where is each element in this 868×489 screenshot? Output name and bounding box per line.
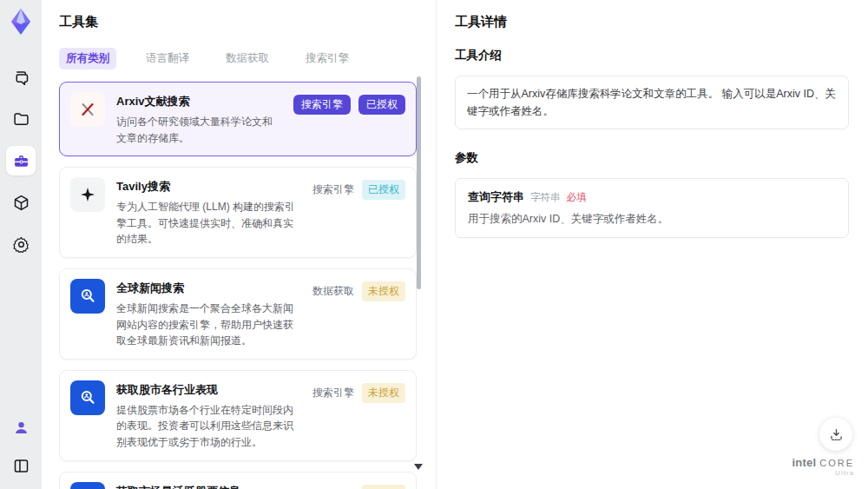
rail-icon-group xyxy=(6,63,36,259)
tool-description: 全球新闻搜索是一个聚合全球各大新闻网站内容的搜索引擎，帮助用户快速获取全球最新资… xyxy=(116,301,301,349)
intro-heading: 工具介绍 xyxy=(455,48,849,63)
tool-badges: 搜索引擎未授权 xyxy=(312,482,405,489)
blue-tool-icon xyxy=(70,482,105,489)
parameter-description: 用于搜索的Arxiv ID、关键字或作者姓名。 xyxy=(468,212,836,227)
tool-description: 提供股票市场各个行业在特定时间段内的表现。投资者可以利用这些信息来识别表现优于或… xyxy=(116,402,301,451)
page-title: 工具集 xyxy=(59,14,417,30)
detail-title: 工具详情 xyxy=(455,14,849,30)
tab-language-translation[interactable]: 语言翻译 xyxy=(139,48,196,69)
tool-badges: 搜索引擎未授权 xyxy=(312,380,405,451)
intel-brand-text: intel xyxy=(792,457,816,468)
auth-status-badge: 未授权 xyxy=(362,383,405,403)
tool-card[interactable]: 获取股市各行业表现提供股票市场各个行业在特定时间段内的表现。投资者可以利用这些信… xyxy=(59,370,417,461)
download-icon xyxy=(828,426,845,443)
folder-icon[interactable] xyxy=(6,104,36,134)
tool-card[interactable]: 全球新闻搜索全球新闻搜索是一个聚合全球各大新闻网站内容的搜索引擎，帮助用户快速获… xyxy=(59,268,417,360)
core-brand-text: CORE xyxy=(819,459,854,468)
auth-status-badge: 未授权 xyxy=(362,485,405,489)
parameter-card: 查询字符串 字符串 必填 用于搜索的Arxiv ID、关键字或作者姓名。 xyxy=(455,178,849,238)
toolbox-icon[interactable] xyxy=(6,146,36,175)
tavily-tool-icon xyxy=(70,177,105,212)
panel-layout-icon[interactable] xyxy=(6,451,36,480)
list-scrollbar-thumb[interactable] xyxy=(417,76,421,289)
ultra-brand-text: Ultra xyxy=(792,470,854,477)
category-badge: 搜索引擎 xyxy=(312,485,354,489)
tab-all-categories[interactable]: 所有类别 xyxy=(59,48,116,69)
intel-core-logo: intel CORE Ultra xyxy=(792,457,854,477)
download-button[interactable] xyxy=(819,418,852,451)
chat-icon[interactable] xyxy=(6,63,36,92)
tab-search-engine[interactable]: 搜索引擎 xyxy=(299,48,356,69)
tool-card[interactable]: Arxiv文献搜索访问各个研究领域大量科学论文和文章的存储库。搜索引擎已授权 xyxy=(59,82,417,156)
params-heading: 参数 xyxy=(455,150,849,166)
scroll-down-arrow-icon[interactable] xyxy=(414,464,423,470)
main-area: 工具集 所有类别 语言翻译 数据获取 搜索引擎 Arxiv文献搜索访问各个研究领… xyxy=(42,0,868,489)
blue-tool-icon xyxy=(70,380,105,415)
category-badge: 搜索引擎 xyxy=(312,383,354,403)
parameter-type: 字符串 xyxy=(530,191,561,204)
app-window: 工具集 所有类别 语言翻译 数据获取 搜索引擎 Arxiv文献搜索访问各个研究领… xyxy=(0,0,868,489)
app-logo-icon[interactable] xyxy=(7,7,35,36)
tool-name: Arxiv文献搜索 xyxy=(116,94,282,109)
parameter-header: 查询字符串 字符串 必填 xyxy=(468,189,836,205)
category-tabs: 所有类别 语言翻译 数据获取 搜索引擎 xyxy=(59,48,417,69)
tool-description: 访问各个研究领域大量科学论文和文章的存储库。 xyxy=(116,114,282,146)
tool-name: 获取股市各行业表现 xyxy=(116,382,301,398)
auth-status-badge: 已授权 xyxy=(358,95,405,115)
auth-status-badge: 未授权 xyxy=(362,281,405,301)
tool-badges: 搜索引擎已授权 xyxy=(293,92,405,146)
arxiv-tool-icon xyxy=(70,92,105,127)
tool-detail-panel: 工具详情 工具介绍 一个用于从Arxiv存储库搜索科学论文和文章的工具。 输入可… xyxy=(436,0,868,489)
tool-card[interactable]: Tavily搜索专为人工智能代理 (LLM) 构建的搜索引擎工具。可快速提供实时… xyxy=(59,167,417,258)
tool-card[interactable]: 获取市场最活跃股票信息提供当天交易量最高的股票列表。投资者可以利用这些信息来识别… xyxy=(59,472,417,489)
tool-name: Tavily搜索 xyxy=(116,179,301,195)
tool-name: 全球新闻搜索 xyxy=(116,281,301,296)
tool-badges: 搜索引擎已授权 xyxy=(312,177,405,248)
tool-list-panel: 工具集 所有类别 语言翻译 数据获取 搜索引擎 Arxiv文献搜索访问各个研究领… xyxy=(42,0,436,489)
tool-name: 获取市场最活跃股票信息 xyxy=(116,484,301,489)
intro-text-box: 一个用于从Arxiv存储库搜索科学论文和文章的工具。 输入可以是Arxiv ID… xyxy=(455,76,849,129)
tool-badges: 数据获取未授权 xyxy=(312,279,405,349)
category-badge: 搜索引擎 xyxy=(293,95,351,115)
category-badge: 搜索引擎 xyxy=(312,180,354,200)
rail-bottom-group xyxy=(6,413,36,480)
user-icon[interactable] xyxy=(6,413,36,442)
settings-gear-icon[interactable] xyxy=(6,229,36,259)
category-badge: 数据获取 xyxy=(312,281,354,301)
parameter-name: 查询字符串 xyxy=(468,189,524,205)
list-scrollbar-track[interactable] xyxy=(417,76,421,476)
blue-tool-icon xyxy=(70,279,105,314)
auth-status-badge: 已授权 xyxy=(362,180,405,200)
tool-description: 专为人工智能代理 (LLM) 构建的搜索引擎工具。可快速提供实时、准确和真实的结… xyxy=(116,199,301,248)
cube-icon[interactable] xyxy=(6,188,36,217)
tab-data-fetching[interactable]: 数据获取 xyxy=(219,48,276,69)
left-nav-rail xyxy=(0,0,42,489)
tool-list: Arxiv文献搜索访问各个研究领域大量科学论文和文章的存储库。搜索引擎已授权Ta… xyxy=(59,82,417,489)
parameter-required-badge: 必填 xyxy=(567,191,587,204)
